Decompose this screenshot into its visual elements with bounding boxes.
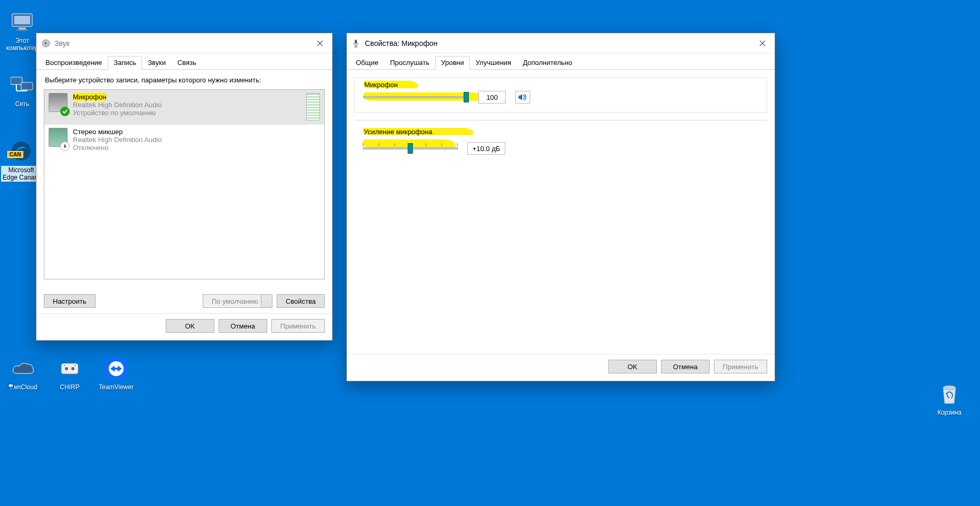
device-name: Стерео микшер bbox=[73, 128, 162, 136]
button-label: Применить bbox=[280, 322, 316, 330]
mic-boost-value: +10.0 дБ bbox=[467, 142, 505, 155]
network-icon bbox=[10, 73, 35, 98]
device-driver: Realtek High Definition Audio bbox=[73, 136, 162, 144]
button-label: Применить bbox=[723, 363, 758, 371]
button-label: По умолчанию bbox=[212, 297, 258, 305]
svg-rect-4 bbox=[11, 77, 22, 85]
level-meter bbox=[306, 93, 320, 120]
apply-button[interactable]: Применить bbox=[714, 360, 767, 373]
configure-button[interactable]: Настроить bbox=[44, 294, 96, 308]
svg-rect-3 bbox=[16, 30, 28, 31]
desktop-icon-chirp[interactable]: CHIRP bbox=[50, 356, 90, 391]
desktop-icon-teamviewer[interactable]: TeamViewer bbox=[96, 356, 136, 391]
button-label: Свойства bbox=[286, 297, 316, 305]
speaker-icon bbox=[518, 93, 527, 101]
desktop-icon-label: CHIRP bbox=[50, 383, 90, 391]
microphone-title-icon bbox=[352, 39, 361, 48]
mic-boost-label: Усиление микрофона bbox=[364, 128, 432, 136]
sound-title-icon bbox=[42, 39, 50, 48]
ok-button[interactable]: OK bbox=[166, 319, 214, 333]
device-list[interactable]: Микрофон Realtek High Definition Audio У… bbox=[44, 89, 325, 279]
window-title: Свойства: Микрофон bbox=[365, 39, 750, 48]
apply-button[interactable]: Применить bbox=[271, 319, 325, 333]
mute-button[interactable] bbox=[515, 91, 530, 104]
chirp-icon bbox=[57, 356, 82, 381]
this-pc-icon bbox=[10, 10, 35, 35]
button-label: OK bbox=[185, 322, 195, 330]
desktop-icon-owncloud[interactable]: ownCloud bbox=[3, 356, 43, 391]
ok-button[interactable]: OK bbox=[608, 360, 657, 373]
tab-general[interactable]: Общие bbox=[350, 56, 384, 70]
svg-rect-1 bbox=[14, 16, 30, 24]
sound-window: Звук Воспроизведение Запись Звуки Связь … bbox=[36, 33, 333, 341]
mic-level-label: Микрофон bbox=[364, 81, 398, 89]
instruction-text: Выберите устройство записи, параметры ко… bbox=[45, 76, 325, 84]
canary-badge: CAN bbox=[7, 151, 23, 158]
close-button[interactable] bbox=[308, 33, 332, 53]
tab-levels[interactable]: Уровни bbox=[435, 56, 469, 70]
device-status: Отключено bbox=[73, 144, 162, 152]
svg-point-13 bbox=[71, 367, 74, 370]
svg-rect-18 bbox=[114, 368, 118, 370]
desktop-icon-label: Корзина bbox=[929, 409, 969, 416]
close-icon bbox=[317, 40, 323, 46]
desktop-icon-label: TeamViewer bbox=[96, 383, 136, 391]
default-device-badge-icon bbox=[60, 107, 70, 116]
device-name: Микрофон bbox=[73, 93, 106, 101]
desktop-icon-recycle-bin[interactable]: Корзина bbox=[929, 381, 969, 416]
properties-button[interactable]: Свойства bbox=[277, 294, 325, 308]
titlebar[interactable]: Звук bbox=[36, 33, 332, 53]
cancel-button[interactable]: Отмена bbox=[219, 319, 267, 333]
recycle-bin-icon bbox=[937, 381, 962, 407]
svg-point-12 bbox=[65, 367, 68, 370]
device-driver: Realtek High Definition Audio bbox=[73, 101, 162, 109]
svg-point-15 bbox=[74, 365, 76, 366]
mic-level-value: 100 bbox=[478, 91, 506, 104]
device-status: Устройство по умолчанию bbox=[73, 109, 162, 117]
tab-strip: Воспроизведение Запись Звуки Связь bbox=[36, 53, 332, 70]
microphone-device-icon bbox=[49, 93, 68, 114]
mic-boost-slider[interactable] bbox=[363, 142, 458, 155]
slider-thumb[interactable] bbox=[464, 92, 469, 102]
tab-playback[interactable]: Воспроизведение bbox=[40, 56, 108, 70]
window-title: Звук bbox=[54, 39, 308, 48]
tab-advanced[interactable]: Дополнительно bbox=[517, 56, 578, 70]
slider-thumb[interactable] bbox=[408, 143, 413, 154]
desktop-icon-label: Microsoft Edge Canary bbox=[1, 166, 41, 182]
owncloud-icon bbox=[11, 356, 36, 381]
edge-canary-icon: CAN bbox=[8, 138, 34, 164]
teamviewer-icon bbox=[103, 356, 129, 381]
titlebar[interactable]: Свойства: Микрофон bbox=[347, 33, 775, 53]
device-microphone[interactable]: Микрофон Realtek High Definition Audio У… bbox=[44, 90, 324, 125]
button-label: Отмена bbox=[673, 363, 698, 371]
tab-enhancements[interactable]: Улучшения bbox=[470, 56, 517, 70]
set-default-button[interactable]: По умолчанию bbox=[203, 294, 272, 308]
button-label: OK bbox=[627, 363, 637, 371]
tab-communications[interactable]: Связь bbox=[172, 56, 202, 70]
svg-rect-2 bbox=[18, 27, 26, 30]
chevron-down-icon bbox=[265, 298, 270, 304]
button-label: Отмена bbox=[231, 322, 256, 330]
close-icon bbox=[759, 40, 766, 46]
desktop-icon-edge-canary[interactable]: CAN Microsoft Edge Canary bbox=[1, 138, 41, 182]
svg-point-14 bbox=[64, 365, 65, 366]
close-button[interactable] bbox=[750, 33, 775, 53]
tab-recording[interactable]: Запись bbox=[108, 56, 142, 70]
button-label: Настроить bbox=[53, 297, 87, 305]
mic-level-slider[interactable] bbox=[363, 91, 469, 104]
tab-strip: Общие Прослушать Уровни Улучшения Дополн… bbox=[347, 53, 775, 70]
stereo-mix-device-icon bbox=[49, 128, 68, 149]
tab-sounds[interactable]: Звуки bbox=[142, 56, 172, 70]
svg-point-19 bbox=[943, 386, 956, 390]
svg-rect-11 bbox=[61, 363, 78, 374]
svg-rect-5 bbox=[21, 82, 33, 90]
tab-listen[interactable]: Прослушать bbox=[384, 56, 436, 70]
disabled-device-badge-icon bbox=[60, 142, 70, 151]
device-stereo-mix[interactable]: Стерео микшер Realtek High Definition Au… bbox=[44, 125, 324, 156]
cancel-button[interactable]: Отмена bbox=[661, 360, 710, 373]
svg-rect-23 bbox=[355, 40, 357, 44]
mic-properties-window: Свойства: Микрофон Общие Прослушать Уров… bbox=[346, 33, 775, 381]
